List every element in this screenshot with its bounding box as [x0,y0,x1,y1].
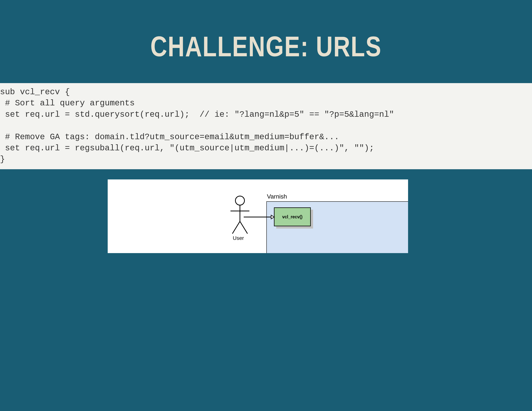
diagram: Varnish vcl_recv() User [108,179,408,253]
varnish-label: Varnish [267,193,287,200]
arrow-icon [244,214,276,221]
diagram-inner: Varnish vcl_recv() User [108,179,408,253]
svg-line-3 [232,221,240,234]
recv-label: vcl_recv() [282,214,303,219]
svg-marker-6 [271,215,274,219]
svg-line-4 [240,221,247,234]
svg-point-0 [235,196,245,205]
recv-box: vcl_recv() [274,207,311,226]
slide: CHALLENGE: URLS sub vcl_recv { # Sort al… [0,0,532,411]
slide-title: CHALLENGE: URLS [48,30,484,63]
code-block: sub vcl_recv { # Sort all query argument… [0,83,532,169]
user-label: User [233,235,244,241]
